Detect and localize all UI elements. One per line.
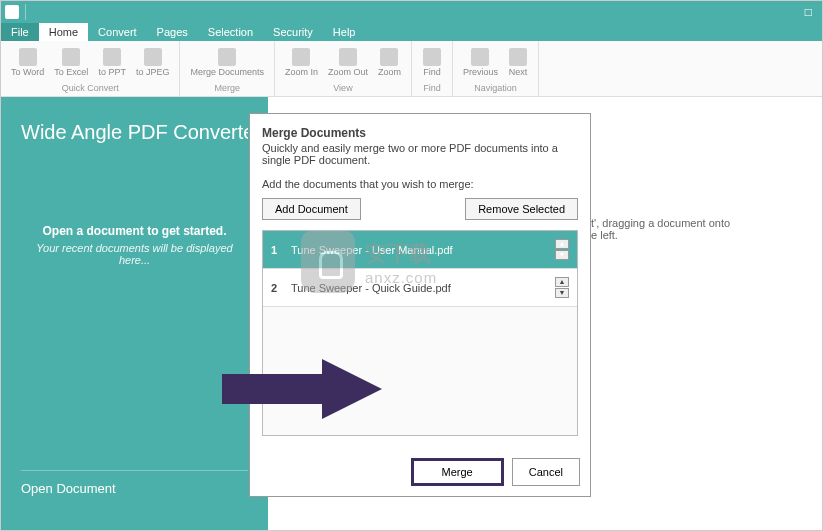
ribbon-label-view: View: [333, 82, 352, 94]
document-row[interactable]: 1 Tune Sweeper - User Manual.pdf ▲ ▼: [263, 231, 577, 269]
previous-button[interactable]: Previous: [459, 43, 502, 82]
menu-selection[interactable]: Selection: [198, 23, 263, 41]
merge-documents-button[interactable]: Merge Documents: [186, 43, 268, 82]
document-name: Tune Sweeper - User Manual.pdf: [291, 244, 453, 256]
zoom-in-button[interactable]: Zoom In: [281, 43, 322, 82]
zoom-out-button[interactable]: Zoom Out: [324, 43, 372, 82]
menu-help[interactable]: Help: [323, 23, 366, 41]
menubar: File Home Convert Pages Selection Securi…: [1, 23, 822, 41]
ribbon: To Word To Excel to PPT to JPEG Quick Co…: [1, 41, 822, 97]
ribbon-group-find: Find Find: [412, 41, 453, 96]
find-button[interactable]: Find: [418, 43, 446, 82]
dialog-description: Quickly and easily merge two or more PDF…: [262, 142, 578, 166]
tutorial-arrow-icon: [222, 359, 382, 419]
open-document-button[interactable]: Open Document: [21, 470, 248, 506]
document-number: 1: [271, 244, 291, 256]
to-ppt-button[interactable]: to PPT: [94, 43, 130, 82]
add-document-button[interactable]: Add Document: [262, 198, 361, 220]
sidebar-subtext: Your recent documents will be displayed …: [21, 242, 248, 266]
app-icon: [5, 5, 19, 19]
menu-home[interactable]: Home: [39, 23, 88, 41]
merge-dialog: Merge Documents Quickly and easily merge…: [249, 113, 591, 497]
move-down-icon[interactable]: ▼: [555, 250, 569, 260]
menu-convert[interactable]: Convert: [88, 23, 147, 41]
move-down-icon[interactable]: ▼: [555, 288, 569, 298]
move-up-icon[interactable]: ▲: [555, 277, 569, 287]
dialog-instruction: Add the documents that you wish to merge…: [262, 178, 578, 190]
ribbon-group-merge: Merge Documents Merge: [180, 41, 275, 96]
sidebar: Wide Angle PDF Converter Open a document…: [1, 97, 268, 530]
ribbon-group-navigation: Previous Next Navigation: [453, 41, 539, 96]
content-hint: cument', dragging a document onto s on t…: [558, 217, 798, 241]
menu-security[interactable]: Security: [263, 23, 323, 41]
ribbon-label-quick-convert: Quick Convert: [62, 82, 119, 94]
document-name: Tune Sweeper - Quick Guide.pdf: [291, 282, 451, 294]
move-up-icon[interactable]: ▲: [555, 239, 569, 249]
next-button[interactable]: Next: [504, 43, 532, 82]
svg-marker-0: [222, 359, 382, 419]
ribbon-label-merge: Merge: [214, 82, 240, 94]
merge-button[interactable]: Merge: [411, 458, 504, 486]
document-row[interactable]: 2 Tune Sweeper - Quick Guide.pdf ▲ ▼: [263, 269, 577, 307]
cancel-button[interactable]: Cancel: [512, 458, 580, 486]
app-title: Wide Angle PDF Converter: [21, 121, 248, 144]
zoom-button[interactable]: Zoom: [374, 43, 405, 82]
remove-selected-button[interactable]: Remove Selected: [465, 198, 578, 220]
menu-pages[interactable]: Pages: [147, 23, 198, 41]
to-excel-button[interactable]: To Excel: [50, 43, 92, 82]
document-number: 2: [271, 282, 291, 294]
ribbon-group-view: Zoom In Zoom Out Zoom View: [275, 41, 412, 96]
titlebar: □: [1, 1, 822, 23]
ribbon-label-find: Find: [423, 82, 441, 94]
dialog-title: Merge Documents: [262, 126, 578, 140]
ribbon-label-navigation: Navigation: [474, 82, 517, 94]
to-jpeg-button[interactable]: to JPEG: [132, 43, 174, 82]
ribbon-group-quick-convert: To Word To Excel to PPT to JPEG Quick Co…: [1, 41, 180, 96]
menu-file[interactable]: File: [1, 23, 39, 41]
sidebar-prompt: Open a document to get started.: [21, 224, 248, 238]
maximize-icon[interactable]: □: [805, 5, 812, 19]
to-word-button[interactable]: To Word: [7, 43, 48, 82]
